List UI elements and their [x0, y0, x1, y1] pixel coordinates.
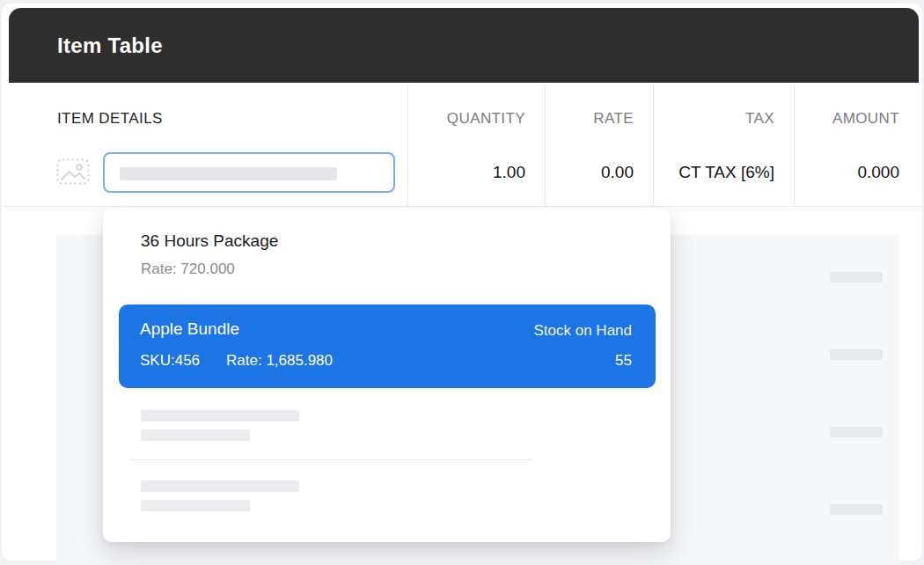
tax-cell[interactable]: CT TAX [6%] [653, 163, 774, 184]
item-suggestions-dropdown: 36 Hours Package Rate: 720.000 Apple Bun… [103, 208, 671, 542]
option-sku-rate: SKU:456Rate: 1,685.980 [140, 352, 333, 370]
row-divider [4, 206, 924, 207]
skeleton-bar [141, 500, 250, 511]
skeleton-bar [830, 504, 883, 515]
column-divider [653, 84, 654, 206]
item-name-input[interactable] [103, 152, 395, 193]
amount-cell: 0.000 [794, 163, 899, 184]
column-divider [794, 84, 795, 206]
image-placeholder-icon [56, 155, 90, 188]
quantity-cell[interactable]: 1.00 [407, 163, 525, 184]
titlebar: Item Table [9, 8, 919, 83]
page-title: Item Table [57, 33, 163, 58]
skeleton-bar [120, 167, 337, 180]
column-divider [407, 84, 408, 206]
option-rate: Rate: 720.000 [141, 260, 235, 278]
dropdown-option-apple-bundle-selected[interactable]: Apple Bundle Stock on Hand SKU:456Rate: … [119, 305, 656, 388]
stock-on-hand-label: Stock on Hand [533, 322, 632, 340]
column-header-tax: TAX [653, 110, 774, 128]
option-name: 36 Hours Package [141, 231, 278, 251]
dropdown-option-36-hours-package[interactable]: 36 Hours Package Rate: 720.000 [103, 208, 671, 296]
column-header-rate: RATE [545, 110, 634, 128]
rate-cell[interactable]: 0.00 [545, 163, 634, 184]
skeleton-bar [830, 427, 883, 437]
skeleton-bar [830, 272, 883, 282]
skeleton-bar [830, 349, 883, 360]
column-header-quantity: QUANTITY [407, 110, 525, 128]
widget-card: Item Table ITEM DETAILS QUANTITY RATE TA… [2, 4, 922, 561]
skeleton-bar [141, 481, 299, 492]
option-sku: SKU:456 [140, 352, 200, 369]
dropdown-divider [131, 459, 532, 460]
item-image-upload[interactable] [56, 155, 90, 188]
column-divider [545, 84, 546, 206]
option-name: Apple Bundle [140, 319, 239, 339]
item-table-widget: Item Table ITEM DETAILS QUANTITY RATE TA… [0, 0, 924, 565]
option-rate: Rate: 1,685.980 [226, 352, 333, 369]
column-header-amount: AMOUNT [794, 110, 899, 128]
skeleton-bar [141, 429, 250, 441]
column-header-item-details: ITEM DETAILS [57, 110, 163, 128]
stock-on-hand-value: 55 [615, 352, 632, 370]
skeleton-bar [141, 410, 299, 422]
